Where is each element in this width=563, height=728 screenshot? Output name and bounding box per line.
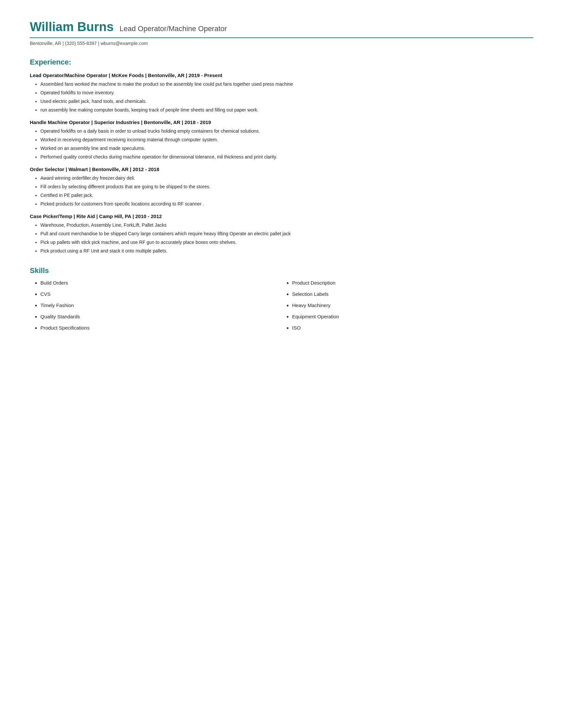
- list-item: Heavy Machinery: [292, 301, 533, 309]
- candidate-title: Lead Operator/Machine Operator: [119, 24, 227, 33]
- list-item: Product Specifications: [40, 324, 282, 332]
- list-item: Certified in PE pallet jack.: [40, 192, 533, 199]
- list-item: CVS: [40, 290, 282, 298]
- list-item: Assembled fans worked the machine to mak…: [40, 81, 533, 88]
- job-bullets-2: Operated forklifts on a daily basis in o…: [40, 128, 533, 160]
- job-title-3: Order Selector | Walmart | Bentonville, …: [30, 166, 533, 172]
- list-item: Pick product using a RF Unit and stack i…: [40, 248, 533, 254]
- skills-col-left: Build Orders CVS Timely Fashion Quality …: [30, 279, 282, 335]
- list-item: Worked on an assembly line and made spec…: [40, 145, 533, 152]
- list-item: run assembly line making computer boards…: [40, 107, 533, 114]
- list-item: Warehouse, Production, Assembly Line, Fo…: [40, 222, 533, 229]
- list-item: Selection Labels: [292, 290, 533, 298]
- list-item: Operated forklifts to move inventory.: [40, 89, 533, 96]
- job-bullets-1: Assembled fans worked the machine to mak…: [40, 81, 533, 114]
- job-title-4: Case Picker/Temp | Rite Aid | Camp Hill,…: [30, 213, 533, 219]
- list-item: Build Orders: [40, 279, 282, 287]
- job-bullets-3: Award winning orderfiller.dry freezer.da…: [40, 175, 533, 207]
- job-title-1: Lead Operator/Machine Operator | McKee F…: [30, 72, 533, 78]
- skills-section-title: Skills: [30, 266, 533, 275]
- skills-list-left: Build Orders CVS Timely Fashion Quality …: [40, 279, 282, 332]
- list-item: Picked products for customers from speci…: [40, 201, 533, 207]
- list-item: ISO: [292, 324, 533, 332]
- experience-section-title: Experience:: [30, 58, 533, 67]
- list-item: Pick up pallets with stick pick machine,…: [40, 239, 533, 246]
- list-item: Performed quality control checks during …: [40, 154, 533, 160]
- header-divider: [30, 37, 533, 38]
- list-item: Product Description: [292, 279, 533, 287]
- skills-columns: Build Orders CVS Timely Fashion Quality …: [30, 279, 533, 335]
- list-item: Timely Fashion: [40, 301, 282, 309]
- list-item: Quality Standards: [40, 313, 282, 321]
- list-item: Used electric pallet jack, hand tools, a…: [40, 98, 533, 105]
- skills-col-right: Product Description Selection Labels Hea…: [282, 279, 533, 335]
- list-item: Fill orders by selecting different produ…: [40, 183, 533, 190]
- list-item: Worked in receiving department receiving…: [40, 136, 533, 143]
- contact-info: Bentonville, AR | (320) 555-8397 | wburn…: [30, 41, 533, 46]
- job-bullets-4: Warehouse, Production, Assembly Line, Fo…: [40, 222, 533, 254]
- job-title-2: Handle Machine Operator | Superior Indus…: [30, 119, 533, 125]
- skills-section: Skills Build Orders CVS Timely Fashion Q…: [30, 266, 533, 335]
- list-item: Award winning orderfiller.dry freezer.da…: [40, 175, 533, 182]
- resume-header: William Burns Lead Operator/Machine Oper…: [30, 20, 533, 34]
- candidate-name: William Burns: [30, 20, 114, 34]
- list-item: Equipment Operation: [292, 313, 533, 321]
- list-item: Operated forklifts on a daily basis in o…: [40, 128, 533, 135]
- list-item: Pull and count merchandise to be shipped…: [40, 230, 533, 237]
- skills-list-right: Product Description Selection Labels Hea…: [292, 279, 533, 332]
